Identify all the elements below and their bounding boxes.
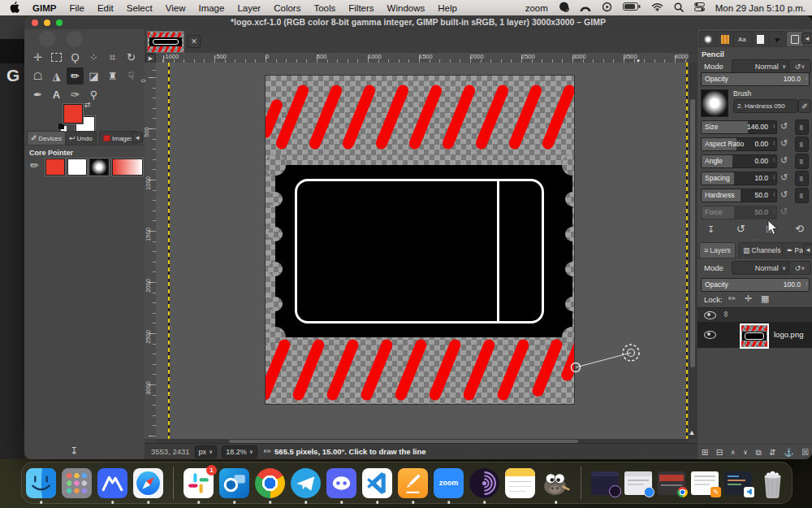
raise-layer-icon[interactable]: ∧ [731, 449, 736, 456]
brush-name-field[interactable]: 2. Hardness 050 [733, 99, 798, 113]
layer-mode-reset-icon[interactable]: ↺ ∨ [788, 261, 811, 275]
window-titlebar[interactable]: *logo.xcf-1.0 (RGB color 8-bit gamma int… [24, 15, 812, 30]
dock-vscode[interactable] [362, 468, 392, 498]
tab-channels[interactable]: ▥Channels [738, 242, 785, 258]
tool-text[interactable]: A [48, 86, 65, 103]
tool-warp[interactable]: ☖ [29, 67, 46, 85]
menu-tools[interactable]: Tools [313, 3, 335, 13]
merge-down-icon[interactable]: ⇵ [769, 448, 775, 457]
dock-menu-chevron-icon[interactable]: ◂ [132, 132, 143, 143]
tool-clone[interactable]: ♜ [104, 67, 121, 85]
hardness-slider[interactable]: Hardness 50.0↕ ↺ ∞ [701, 189, 810, 202]
battery-icon[interactable] [623, 2, 641, 13]
tab-layers[interactable]: ≡Layers [699, 242, 736, 258]
reset-options-icon[interactable]: ⟲ [795, 223, 804, 235]
layer-opacity-slider[interactable]: Opacity 100.0 ↕ [701, 278, 810, 291]
status-app-icon[interactable] [559, 2, 569, 14]
layer-name[interactable]: logo.png [774, 330, 803, 339]
device-foreground-swatch[interactable] [45, 158, 65, 176]
dock-zoom[interactable]: zoom [434, 468, 464, 498]
device-gradient-swatch[interactable] [112, 158, 143, 176]
spotlight-search-icon[interactable] [674, 2, 684, 14]
mode-reset-icon[interactable]: ↺ ∨ [788, 59, 811, 73]
dock-pages[interactable] [398, 468, 428, 498]
swap-colors-icon[interactable]: ⇄ [84, 101, 91, 109]
menu-windows[interactable]: Windows [387, 3, 425, 13]
lock-alpha-icon[interactable]: ▦ [761, 293, 769, 304]
vertical-ruler[interactable]: 0 500 1000 1500 2000 2500 3000 [145, 63, 157, 439]
tool-eraser[interactable]: ◪ [85, 67, 102, 85]
panel-chevron-icon[interactable]: ◂ [801, 33, 812, 44]
zoom-dropdown[interactable]: 18.2%∨ [222, 445, 257, 458]
dock-safari[interactable] [133, 468, 163, 498]
dock-tor[interactable] [469, 468, 499, 498]
dock-chrome[interactable] [255, 468, 285, 498]
lower-layer-icon[interactable]: ∨ [743, 449, 748, 456]
tab-document-history[interactable] [752, 31, 770, 47]
dock-minimized-chrome-window[interactable] [658, 471, 685, 495]
menu-gimp[interactable]: GIMP [32, 3, 56, 13]
size-slider[interactable]: Size 146.00↕ ↺ ∞ [701, 120, 810, 133]
menu-edit[interactable]: Edit [97, 3, 114, 13]
tool-paths[interactable]: ✒ [29, 86, 46, 103]
layer-mode-dropdown[interactable]: Normal∨ [732, 261, 790, 275]
link-icon[interactable]: ∞ [795, 154, 809, 169]
link-icon[interactable]: ∞ [795, 137, 809, 152]
unit-dropdown[interactable]: px∨ [195, 445, 218, 458]
layer-row[interactable]: logo.png [698, 322, 812, 348]
lock-position-icon[interactable]: ✛ [745, 293, 752, 304]
new-layer-icon[interactable]: ⊞ [702, 448, 708, 457]
dock-minimized-pages-document[interactable]: ✎ [691, 471, 719, 495]
tab-devices[interactable]: ✐Devices [27, 131, 66, 145]
duplicate-layer-icon[interactable]: ⧉ [756, 448, 762, 458]
screen-record-icon[interactable] [602, 2, 612, 14]
reset-icon[interactable]: ↺ [780, 138, 788, 149]
dock-minimized-vscode-window[interactable] [724, 471, 752, 495]
menubar-zoom-item[interactable]: zoom [525, 3, 548, 13]
image-tab-close-icon[interactable]: ✕ [188, 35, 201, 48]
restore-options-icon[interactable]: ↺ [736, 223, 745, 235]
layers-chevron-icon[interactable]: ◂ [803, 244, 812, 255]
menu-view[interactable]: View [166, 3, 186, 13]
tool-ink[interactable]: ✑ [67, 86, 84, 103]
dock-minimized-tor-window[interactable] [591, 471, 619, 495]
layer-visibility-icon[interactable] [704, 331, 716, 339]
vertical-scrollbar[interactable] [689, 63, 697, 439]
link-icon[interactable]: ∞ [795, 171, 809, 186]
tool-crop[interactable]: ⌗ [104, 49, 121, 66]
dock-outlook[interactable] [219, 468, 249, 498]
menu-filters[interactable]: Filters [348, 3, 374, 13]
canvas-viewport[interactable] [156, 63, 689, 439]
tool-transform[interactable]: ↻ [123, 49, 140, 66]
control-center-icon[interactable] [694, 2, 705, 13]
reset-icon[interactable]: ↺ [780, 121, 788, 132]
apple-menu-icon[interactable] [10, 2, 19, 15]
link-icon[interactable]: ∞ [795, 188, 809, 203]
tab-undo[interactable]: ↩Undo [65, 131, 97, 145]
foreground-color-swatch[interactable] [63, 104, 83, 124]
delete-layer-icon[interactable]: ☒ [801, 448, 809, 457]
menu-image[interactable]: Image [198, 3, 224, 13]
reset-icon[interactable]: ↺ [780, 155, 788, 166]
angle-slider[interactable]: Angle 0.00↕ ↺ ∞ [701, 154, 810, 167]
dock-discord[interactable] [326, 468, 356, 498]
lock-pixels-icon[interactable]: ✏ [728, 293, 736, 304]
dock-launchpad[interactable] [62, 468, 92, 498]
link-icon[interactable]: ∞ [795, 119, 809, 135]
dock-telegram[interactable] [291, 468, 321, 498]
device-brush-swatch[interactable] [89, 158, 109, 176]
default-colors-icon[interactable] [58, 124, 64, 129]
reset-icon[interactable]: ↺ [780, 206, 788, 217]
layer-thumbnail[interactable] [740, 323, 769, 349]
tab-brushes[interactable] [699, 31, 717, 47]
tab-pointer[interactable]: ➤ [769, 31, 787, 47]
tool-smudge[interactable]: ☟ [123, 67, 140, 85]
tool-fuzzy-select[interactable]: ⁘ [85, 49, 102, 66]
save-options-icon[interactable]: ↧ [707, 224, 715, 235]
menu-select[interactable]: Select [127, 3, 153, 13]
spacing-slider[interactable]: Spacing 10.0↕ ↺ ∞ [701, 172, 810, 185]
visibility-column-icon[interactable] [704, 311, 716, 319]
menu-layer[interactable]: Layer [237, 3, 261, 13]
dock-slack[interactable]: 1 [184, 468, 214, 498]
device-background-swatch[interactable] [67, 158, 87, 176]
